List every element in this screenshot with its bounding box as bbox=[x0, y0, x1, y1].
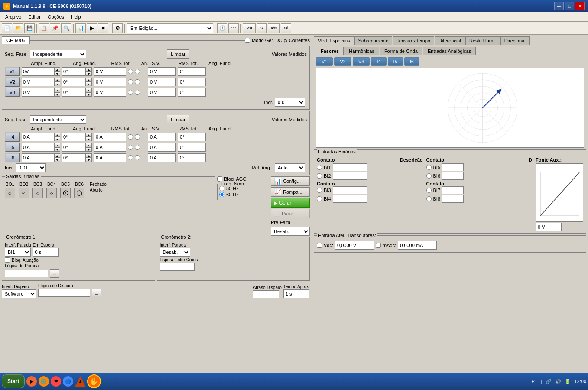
freq-50-radio[interactable] bbox=[219, 186, 224, 191]
toolbar-config[interactable]: ⚙ bbox=[112, 23, 123, 33]
ch-tab-i5[interactable]: I5 bbox=[388, 57, 403, 66]
i4-sv-radio[interactable] bbox=[135, 134, 140, 140]
v2-ang-down[interactable]: ▼ bbox=[86, 82, 92, 86]
taskbar-icon-3[interactable]: ❤ bbox=[51, 376, 61, 387]
ch-tab-v3[interactable]: V3 bbox=[353, 57, 370, 66]
i5-button[interactable]: I5 bbox=[5, 143, 20, 152]
v3-ang-up[interactable]: ▲ bbox=[86, 88, 92, 92]
bi4-desc[interactable] bbox=[333, 195, 367, 203]
v2-ampl-up[interactable]: ▲ bbox=[54, 78, 60, 82]
i5-ampl-up[interactable]: ▲ bbox=[54, 143, 60, 147]
v1-ang-input[interactable] bbox=[62, 67, 86, 76]
ch-tab-v1[interactable]: V1 bbox=[316, 57, 333, 66]
i5-ang-input[interactable] bbox=[62, 143, 86, 152]
tab-med-especiais[interactable]: Med. Especiais bbox=[314, 36, 354, 45]
ref-ang-select[interactable]: Auto bbox=[275, 163, 305, 172]
toolbar-paste[interactable]: 📌 bbox=[50, 23, 60, 33]
tab-tensao-tempo[interactable]: Tensão x tempo bbox=[393, 36, 434, 45]
interf-disparo-select[interactable]: Software bbox=[2, 289, 36, 298]
v1-an-radio[interactable] bbox=[128, 69, 133, 74]
toolbar-play[interactable]: ▶ bbox=[87, 23, 97, 33]
vdc-checkbox[interactable] bbox=[317, 243, 322, 248]
ch-tab-i4[interactable]: I4 bbox=[371, 57, 386, 66]
minimize-button[interactable]: ─ bbox=[554, 2, 564, 10]
i4-button[interactable]: I4 bbox=[5, 132, 20, 142]
tab-restr-harm[interactable]: Restr. Harm. bbox=[465, 36, 500, 45]
bi8-radio[interactable] bbox=[426, 196, 432, 202]
i6-ang-input[interactable] bbox=[62, 153, 86, 162]
taskbar-icon-2[interactable]: 🌐 bbox=[39, 376, 49, 387]
v3-ang-down[interactable]: ▼ bbox=[86, 92, 92, 97]
subtab-fasores[interactable]: Fasores bbox=[316, 47, 344, 55]
toolbar-open[interactable]: 📂 bbox=[13, 23, 23, 33]
toolbar-ral[interactable]: ral bbox=[281, 23, 291, 33]
bi5-desc[interactable] bbox=[442, 163, 464, 171]
toolbar-new[interactable]: 📄 bbox=[2, 23, 12, 33]
i6-ampl-up[interactable]: ▲ bbox=[54, 153, 60, 158]
bi7-desc[interactable] bbox=[442, 186, 464, 194]
i5-ampl-down[interactable]: ▼ bbox=[54, 147, 60, 152]
i5-sv-radio[interactable] bbox=[135, 145, 140, 150]
i5-ang-down[interactable]: ▼ bbox=[86, 147, 92, 152]
bloq-atuacao-checkbox[interactable] bbox=[5, 257, 10, 263]
menu-opcoes[interactable]: Opções bbox=[44, 13, 68, 20]
i6-button[interactable]: I6 bbox=[5, 153, 20, 162]
logica-parada-btn[interactable]: ... bbox=[50, 269, 59, 278]
v2-ang-up[interactable]: ▲ bbox=[86, 78, 92, 82]
i5-ampl-input[interactable] bbox=[22, 143, 54, 152]
bi5-radio[interactable] bbox=[426, 165, 432, 170]
ch-tab-v2[interactable]: V2 bbox=[334, 57, 351, 66]
limpar-i-button[interactable]: Limpar bbox=[167, 115, 189, 124]
subtab-entradas-analogicas[interactable]: Entradas Analógicas bbox=[423, 47, 476, 55]
bi1-radio[interactable] bbox=[317, 165, 322, 170]
v2-ampl-down[interactable]: ▼ bbox=[54, 82, 60, 86]
i4-ang-input[interactable] bbox=[62, 133, 86, 141]
close-button[interactable]: ✕ bbox=[575, 2, 585, 10]
toolbar-find[interactable]: 🔍 bbox=[61, 23, 71, 33]
seq-fase-i-select[interactable]: Independente bbox=[30, 115, 86, 124]
parar-button[interactable]: ⬜ Parar bbox=[271, 209, 310, 218]
v3-sv-radio[interactable] bbox=[135, 90, 140, 95]
i6-ampl-down[interactable]: ▼ bbox=[54, 158, 60, 162]
v1-ampl-down[interactable]: ▼ bbox=[54, 72, 60, 76]
gerar-button[interactable]: ▶ Gerar bbox=[271, 198, 310, 208]
i4-ang-up[interactable]: ▲ bbox=[86, 133, 92, 137]
bi4-radio[interactable] bbox=[317, 196, 322, 202]
pre-falta-select[interactable]: Desab. bbox=[271, 227, 310, 236]
rampa-button[interactable]: 📈 Rampa... bbox=[271, 187, 310, 197]
i4-ampl-up[interactable]: ▲ bbox=[54, 133, 60, 137]
limpar-v-button[interactable]: Limpar bbox=[167, 49, 189, 59]
subtab-harmonicas[interactable]: Harmônicas bbox=[344, 47, 379, 55]
i6-ang-down[interactable]: ▼ bbox=[86, 158, 92, 162]
madc-checkbox[interactable] bbox=[376, 243, 381, 248]
v2-ampl-input[interactable] bbox=[22, 78, 54, 86]
toolbar-clock[interactable]: 🕐 bbox=[217, 23, 227, 33]
mode-dc-checkbox[interactable] bbox=[245, 38, 250, 43]
freq-60-radio[interactable] bbox=[219, 192, 224, 197]
logica-disparo-input[interactable] bbox=[38, 289, 90, 297]
i6-an-radio[interactable] bbox=[128, 155, 133, 160]
toolbar-p3[interactable]: P3I bbox=[243, 23, 256, 33]
taskbar-icon-4[interactable]: 🔵 bbox=[63, 376, 73, 387]
i4-ampl-input[interactable] bbox=[22, 133, 54, 141]
toolbar-abs[interactable]: abs bbox=[268, 23, 280, 33]
i4-ang-down[interactable]: ▼ bbox=[86, 137, 92, 141]
incr-i-select[interactable]: 0,01 bbox=[16, 163, 46, 172]
v3-an-radio[interactable] bbox=[128, 90, 133, 95]
maximize-button[interactable]: □ bbox=[565, 2, 574, 10]
bi3-desc[interactable] bbox=[333, 186, 367, 194]
device-tab[interactable]: CE-6006 bbox=[2, 36, 30, 44]
v3-ampl-down[interactable]: ▼ bbox=[54, 92, 60, 97]
v2-an-radio[interactable] bbox=[128, 79, 133, 84]
v2-button[interactable]: V2 bbox=[5, 77, 20, 87]
v3-ampl-up[interactable]: ▲ bbox=[54, 88, 60, 92]
toolbar-save[interactable]: 💾 bbox=[24, 23, 35, 33]
subtab-forma-onda[interactable]: Forma de Onda bbox=[380, 47, 422, 55]
v2-sv-radio[interactable] bbox=[135, 79, 140, 84]
v1-button[interactable]: V1 bbox=[5, 67, 20, 76]
config-button[interactable]: 📊 Config... bbox=[271, 176, 310, 186]
v2-ang-input[interactable] bbox=[62, 78, 86, 86]
v3-button[interactable]: V3 bbox=[5, 88, 20, 97]
i6-ang-up[interactable]: ▲ bbox=[86, 153, 92, 158]
i4-ampl-down[interactable]: ▼ bbox=[54, 137, 60, 141]
